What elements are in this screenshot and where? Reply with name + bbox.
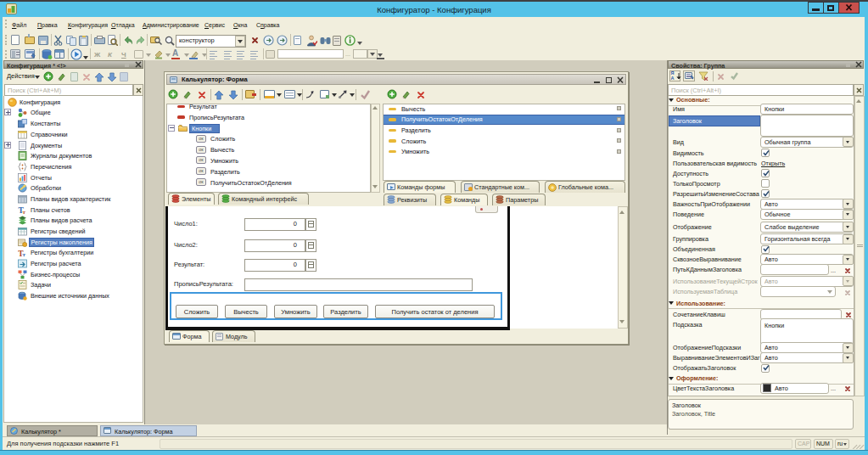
svg-text:т: т [22, 251, 25, 257]
svg-text:т: т [23, 209, 26, 215]
